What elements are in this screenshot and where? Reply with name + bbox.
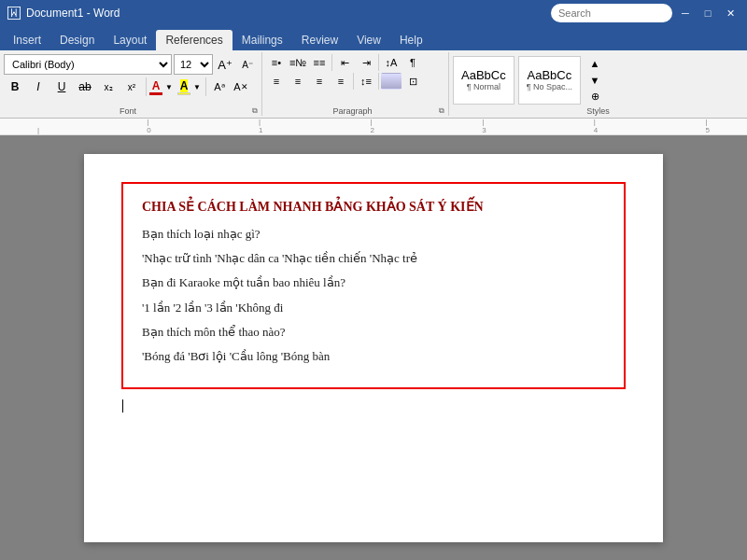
style-nospace-label: ¶ No Spac... <box>527 82 572 91</box>
text-color-dropdown[interactable]: ▼ <box>163 78 175 95</box>
doc-line-5: Bạn thích môn thể thao nào? <box>142 324 605 341</box>
doc-line-1: Bạn thích loại nhạc gì? <box>142 226 605 243</box>
superscript-button[interactable]: x² <box>120 77 143 97</box>
title-bar: 🅆 Document1 - Word ─ □ ✕ <box>0 0 747 26</box>
ruler-mark-0: |0 <box>147 119 150 134</box>
sort-button[interactable]: ↕A <box>381 54 402 71</box>
increase-indent-button[interactable]: ⇥ <box>356 54 376 71</box>
italic-button[interactable]: I <box>27 77 49 97</box>
ruler-mark-1: |1 <box>259 119 262 134</box>
ruler: | |0 |1 |2 |3 |4 |5 <box>0 119 747 135</box>
cursor-line <box>121 397 626 413</box>
styles-more[interactable]: ⊕ <box>585 90 605 105</box>
font-group-label: Font ⧉ <box>4 105 258 116</box>
style-normal-preview: AaBbCc <box>461 68 506 82</box>
highlight-color-dropdown[interactable]: ▼ <box>191 78 203 95</box>
font-name-select[interactable]: Calibri (Body) Arial Times New Roman <box>4 54 172 75</box>
title-bar-left: 🅆 Document1 - Word <box>7 6 120 21</box>
document-title: CHIA SẺ CÁCH LÀM NHANH BẢNG KHẢO SÁT Ý K… <box>142 199 605 215</box>
decrease-font-btn[interactable]: A⁻ <box>237 56 258 73</box>
close-button[interactable]: ✕ <box>721 6 740 21</box>
align-right-button[interactable]: ≡ <box>309 73 330 90</box>
doc-line-2: 'Nhạc trữ tình 'Nhạc dân ca 'Nhạc tiền c… <box>142 250 605 267</box>
word-icon: 🅆 <box>7 6 21 21</box>
border-button[interactable]: ⊡ <box>402 73 423 90</box>
tab-references[interactable]: References <box>156 30 232 50</box>
ruler-mark-3: |3 <box>482 119 486 134</box>
styles-scroll-up[interactable]: ▲ <box>585 56 605 71</box>
tab-layout[interactable]: Layout <box>104 30 156 50</box>
multilevel-list-button[interactable]: ≡≡ <box>309 54 330 71</box>
styles-scroll-arrows: ▲ ▼ ⊕ <box>585 56 605 105</box>
text-cursor <box>122 399 123 413</box>
paragraph-group: ≡• ≡№ ≡≡ ⇤ ⇥ ↕A ¶ ≡ ≡ ≡ ≡ ↕≡ <box>262 52 449 116</box>
justify-button[interactable]: ≡ <box>331 73 351 90</box>
font-group-expand[interactable]: ⧉ <box>252 106 258 116</box>
doc-line-3: Bạn đi Karaoke một tuần bao nhiêu lần? <box>142 274 605 291</box>
ruler-mark-2: |2 <box>371 119 374 134</box>
styles-group-label: Styles <box>453 105 743 116</box>
bold-button[interactable]: B <box>4 77 26 97</box>
align-center-button[interactable]: ≡ <box>288 73 308 90</box>
align-left-button[interactable]: ≡ <box>266 73 287 90</box>
style-normal-label: ¶ Normal <box>467 82 500 91</box>
ruler-mark-neg1: | <box>37 126 39 134</box>
numbering-button[interactable]: ≡№ <box>288 54 308 71</box>
bullets-button[interactable]: ≡• <box>266 54 287 71</box>
content-box: CHIA SẺ CÁCH LÀM NHANH BẢNG KHẢO SÁT Ý K… <box>121 182 626 389</box>
app-title: Document1 - Word <box>26 7 120 20</box>
ribbon: Calibri (Body) Arial Times New Roman 12 … <box>0 50 747 119</box>
shading-button[interactable] <box>381 73 402 90</box>
show-hide-button[interactable]: ¶ <box>402 54 423 71</box>
clear-format-button[interactable]: A✕ <box>231 78 251 95</box>
ribbon-tabs: Insert Design Layout References Mailings… <box>0 26 747 50</box>
search-input[interactable] <box>551 4 672 22</box>
tab-mailings[interactable]: Mailings <box>233 30 292 50</box>
line-spacing-button[interactable]: ↕≡ <box>356 73 376 90</box>
tab-view[interactable]: View <box>347 30 390 50</box>
tab-insert[interactable]: Insert <box>4 30 50 50</box>
tab-design[interactable]: Design <box>50 30 104 50</box>
increase-font-btn[interactable]: A⁺ <box>215 56 235 73</box>
highlight-color-button[interactable]: A <box>177 79 190 95</box>
minimize-button[interactable]: ─ <box>676 6 695 21</box>
ruler-mark-5: |5 <box>705 119 709 134</box>
change-case-button[interactable]: Aᵃ <box>209 78 230 95</box>
paragraph-group-label: Paragraph ⧉ <box>266 105 444 116</box>
underline-button[interactable]: U <box>50 77 73 97</box>
style-nospace-preview: AaBbCc <box>528 68 572 82</box>
document-area: CHIA SẺ CÁCH LÀM NHANH BẢNG KHẢO SÁT Ý K… <box>0 135 747 560</box>
tab-review[interactable]: Review <box>292 30 347 50</box>
text-color-button[interactable]: A <box>149 79 162 95</box>
tab-help[interactable]: Help <box>390 30 432 50</box>
style-no-spacing[interactable]: AaBbCc ¶ No Spac... <box>518 56 581 105</box>
font-group: Calibri (Body) Arial Times New Roman 12 … <box>0 52 262 116</box>
ruler-mark-4: |4 <box>594 119 598 134</box>
doc-line-6: 'Bóng đá 'Bơi lội 'Cầu lông 'Bóng bàn <box>142 348 605 365</box>
document-page[interactable]: CHIA SẺ CÁCH LÀM NHANH BẢNG KHẢO SÁT Ý K… <box>84 154 663 542</box>
font-size-select[interactable]: 12 10 11 14 16 <box>174 54 213 75</box>
doc-line-4: '1 lần '2 lần '3 lần 'Không đi <box>142 300 605 316</box>
decrease-indent-button[interactable]: ⇤ <box>334 54 355 71</box>
style-normal[interactable]: AaBbCc ¶ Normal <box>453 56 514 105</box>
maximize-button[interactable]: □ <box>698 6 717 21</box>
paragraph-group-expand[interactable]: ⧉ <box>439 106 444 116</box>
subscript-button[interactable]: x₂ <box>97 77 120 97</box>
styles-scroll-down[interactable]: ▼ <box>585 73 605 88</box>
strikethrough-button[interactable]: ab <box>74 77 96 97</box>
styles-group: AaBbCc ¶ Normal AaBbCc ¶ No Spac... ▲ ▼ … <box>449 52 747 116</box>
